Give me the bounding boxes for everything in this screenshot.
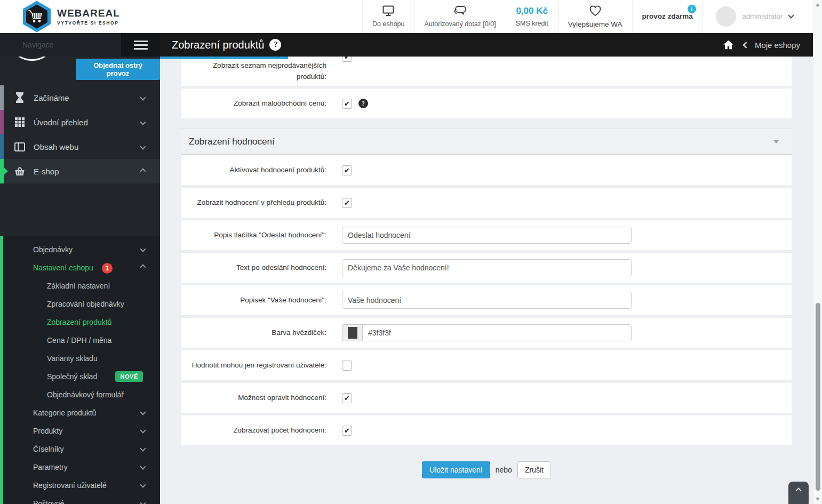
hamburger-menu-icon[interactable] [121,33,160,57]
chevron-down-icon [140,409,146,415]
scroll-down-arrow-icon[interactable] [816,498,820,501]
help-icon[interactable]: ? [269,39,281,51]
page-scrollbar[interactable] [813,0,822,504]
chevron-down-icon [140,94,146,100]
or-label: nebo [496,466,512,474]
row-label: Zobrazit maloobchodní cenu: [181,98,326,109]
setting-row-retail-price: Zobrazit maloobchodní cenu: ✔ ? [181,89,792,118]
free-operation-label: provoz zdarma [642,12,693,20]
sidebar-item-obsah-webu[interactable]: Obsah webu [0,134,160,159]
top-header: WEBAREAL VYTVOŘTE SI ESHOP Do eshopu Aut… [0,0,822,33]
chevron-up-icon [795,487,801,493]
sidebar-item-zobrazeni-produktu[interactable]: Zobrazení produktů [3,313,160,331]
chevron-down-icon [140,143,146,149]
sidebar-item-nastaveni-eshopu[interactable]: Nastavení eshopu 1 [3,259,160,277]
sms-credit-value: 0,00 Kč [516,6,548,17]
sidebar-item-eshop[interactable]: E-shop [0,159,160,183]
basket-icon [14,166,25,176]
checkbox-bestsellers[interactable]: ✔ [342,57,352,62]
save-settings-button[interactable]: Uložit nastavení [422,461,490,478]
sidebar-item-objednavky[interactable]: Objednávky [3,241,160,259]
free-operation-button[interactable]: i provoz zdarma [632,0,703,33]
star-color-input[interactable] [362,324,632,341]
help-icon[interactable]: ? [358,99,368,108]
chevron-down-icon [140,463,146,469]
collapse-caret-icon[interactable] [773,140,779,143]
color-picker-addon[interactable] [342,324,362,341]
grid-icon [14,117,25,127]
navigation-search-input[interactable] [0,33,121,57]
chevron-down-icon [788,12,794,18]
cancel-button[interactable]: Zrušit [517,461,551,478]
columns-icon [14,142,25,151]
row-label: Možnost opravit hodnocení: [181,393,326,404]
your-rating-label-input[interactable] [342,292,632,309]
color-swatch [348,327,357,339]
row-label: Zobrazit hodnocení v přehledu produktů: [181,197,326,209]
sidebar-item-ciselniky[interactable]: Číselníky [3,440,160,458]
setting-row-star-color: Barva hvězdiček: [181,318,792,348]
row-label: Text po odeslání hodnocení: [181,262,326,274]
sidebar-item-parametry[interactable]: Parametry [3,458,160,476]
sidebar-item-cena-dph-mena[interactable]: Cena / DPH / měna [3,331,160,349]
section-title: Zobrazení hodnocení [189,137,275,147]
setting-row-rating-count: Zobrazovat počet hodnocení: ✔ [181,415,792,445]
form-footer: Uložit nastavení nebo Zrušit [181,448,792,478]
setting-row-bestsellers: Zobrazit seznam nejprodávanějších produk… [181,57,792,86]
breadcrumb[interactable]: Moje eshopy [755,41,800,50]
improving-wa-button[interactable]: Vylepšujeme WA [558,0,632,33]
sidebar-item-kategorie-produktu[interactable]: Kategorie produktů [3,404,160,422]
checkbox-registered-only[interactable] [342,361,352,371]
checkbox-ratings-overview[interactable]: ✔ [342,198,352,208]
brand-logo[interactable]: WEBAREAL VYTVOŘTE SI ESHOP [0,0,120,33]
checkbox-retail-price[interactable]: ✔ [342,99,352,109]
home-icon[interactable] [723,40,734,50]
sidebar-item-zpracovani-objednavky[interactable]: Zpracování objednávky [3,295,160,313]
sidebar-item-objednavkovy-formular[interactable]: Objednávkový formulář [3,386,160,404]
sidebar-item-postovne[interactable]: Poštovné [3,494,160,504]
submit-rating-text-input[interactable] [342,227,632,244]
checkbox-edit-rating[interactable]: ✔ [342,393,352,403]
sidebar-item-zakladni-nastaveni[interactable]: Základní nastavení [3,277,160,295]
checkbox-rating-count[interactable]: ✔ [342,426,352,436]
go-to-eshop-button[interactable]: Do eshopu [362,0,414,33]
sidebar: Objednat ostrý provoz Začínáme Úvodní př… [0,33,160,504]
brand-name: WEBAREAL [57,7,120,19]
sidebar-item-uvodni-prehled[interactable]: Úvodní přehled [0,110,160,134]
sidebar-item-spolecny-sklad[interactable]: Společný sklad NOVÉ [3,367,160,386]
sidebar-item-varianty-skladu[interactable]: Varianty skladu [3,349,160,367]
setting-row-submit-button-text: Popis tlačítka "Odeslat hodnocení": [181,220,792,250]
chevron-down-icon [140,427,146,433]
page-title: Zobrazení produktů [172,39,264,51]
setting-row-your-rating-label: Popisek "Vaše hodnocení": [181,285,792,315]
back-to-top-button[interactable] [788,482,809,504]
sms-credit[interactable]: 0,00 Kč SMS kredit [506,0,558,33]
setting-row-after-submit-text: Text po odeslání hodnocení: [181,253,792,283]
order-live-operation-button[interactable]: Objednat ostrý provoz [76,59,160,80]
sidebar-item-zaciname[interactable]: Začínáme [0,85,160,110]
section-header-ratings: Zobrazení hodnocení [181,129,792,155]
row-label: Hodnotit mohou jen registrovaní uživatel… [181,360,326,371]
notification-badge: 1 [102,263,113,274]
sidebar-item-produkty[interactable]: Produkty [3,422,160,440]
webareal-hexagon-cart-icon [22,1,51,32]
scroll-up-arrow-icon[interactable] [816,3,820,6]
checkbox-activate-ratings[interactable]: ✔ [342,165,352,175]
chevron-left-icon[interactable] [743,42,749,49]
row-label: Zobrazit seznam nejprodávanějších [181,60,326,71]
user-menu[interactable]: administrator [703,0,806,33]
row-label: Zobrazovat počet hodnocení: [181,425,326,436]
authorized-question-label: Autorizovaný dotaz [0/0] [425,20,496,28]
after-rating-text-input[interactable] [342,259,632,276]
row-label: Popisek "Vaše hodnocení": [181,295,326,306]
sms-credit-label: SMS kredit [516,20,548,27]
header-actions: Do eshopu Autorizovaný dotaz [0/0] 0,00 … [362,0,806,33]
avatar [716,6,736,27]
chevron-down-icon [140,445,146,451]
authorized-question-button[interactable]: Autorizovaný dotaz [0/0] [414,0,506,33]
sidebar-item-registrovani-uzivatele[interactable]: Registrovaní uživatelé [3,476,160,494]
info-icon[interactable]: i [688,5,696,13]
row-label: Popis tlačítka "Odeslat hodnocení": [181,230,326,241]
go-to-eshop-label: Do eshopu [372,20,404,28]
scrollbar-thumb[interactable] [816,303,820,491]
